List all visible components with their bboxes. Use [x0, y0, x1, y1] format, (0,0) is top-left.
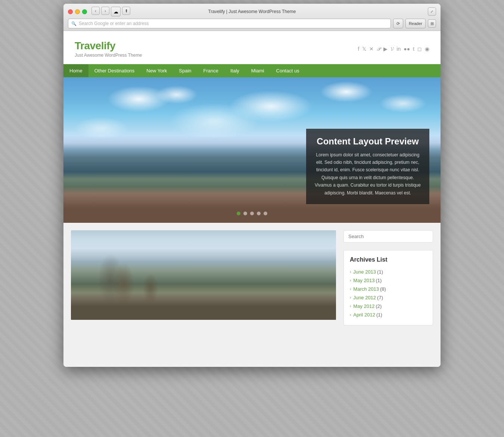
instagram-icon[interactable]: ◻	[417, 46, 422, 52]
facebook-icon[interactable]: f	[358, 46, 359, 52]
archive-arrow-icon: ›	[350, 270, 351, 274]
hero-caption-text: Lorem ipsum dolor sit amet, consectetuer…	[314, 151, 421, 197]
archive-arrow-icon: ›	[350, 287, 351, 291]
maximize-button[interactable]	[82, 9, 87, 14]
vimeo-icon[interactable]: 𝓥	[391, 46, 393, 52]
archive-arrow-icon: ›	[350, 278, 351, 283]
content-main	[71, 230, 336, 325]
menu-button[interactable]: ⊞	[428, 19, 436, 28]
site-header: Travelify Just Awesome WordPress Theme f…	[63, 31, 441, 64]
logo-area: Travelify Just Awesome WordPress Theme	[75, 40, 142, 58]
close-button[interactable]	[68, 9, 73, 14]
archives-widget: Archives List › June 2013 (1) › May 2013…	[343, 250, 433, 325]
window-controls	[68, 9, 87, 14]
archives-title: Archives List	[350, 256, 427, 263]
nav-item-new-york[interactable]: New York	[140, 64, 173, 77]
slider-dot-3[interactable]	[250, 212, 254, 215]
address-bar-row: 🔍 Search Google or enter an address ⟳ Re…	[68, 19, 436, 31]
nav-item-home[interactable]: Home	[63, 64, 88, 77]
minimize-button[interactable]	[75, 9, 80, 14]
reload-button[interactable]: ⟳	[393, 19, 403, 28]
linkedin-icon[interactable]: in	[396, 46, 401, 52]
nav-item-italy[interactable]: Italy	[224, 64, 245, 77]
cloud-button[interactable]: ☁	[111, 7, 121, 16]
hero-caption: Content Layout Preview Lorem ipsum dolor…	[306, 129, 429, 204]
post-featured-image	[71, 230, 336, 320]
slider-dot-1[interactable]	[237, 212, 240, 215]
archive-arrow-icon: ›	[350, 296, 351, 300]
nav-item-contact[interactable]: Contact us	[270, 64, 305, 77]
archive-count: (7)	[377, 295, 383, 300]
browser-window: ‹ › ☁ ⬆ Travelify | Just Awesome WordPre…	[63, 4, 441, 367]
titlebar-top: ‹ › ☁ ⬆ Travelify | Just Awesome WordPre…	[68, 7, 436, 16]
site-logo[interactable]: Travelify	[75, 40, 142, 52]
slider-dot-2[interactable]	[243, 212, 247, 215]
nav-item-france[interactable]: France	[197, 64, 224, 77]
browser-titlebar: ‹ › ☁ ⬆ Travelify | Just Awesome WordPre…	[63, 4, 441, 31]
address-bar[interactable]: 🔍 Search Google or enter an address	[68, 19, 391, 28]
sidebar: Archives List › June 2013 (1) › May 2013…	[343, 230, 433, 325]
browser-nav: ‹ › ☁ ⬆	[91, 7, 130, 16]
forward-button[interactable]: ›	[101, 7, 109, 15]
archive-item-may2013[interactable]: › May 2013 (1)	[350, 276, 427, 285]
browser-title: Travelify | Just Awesome WordPress Theme	[208, 9, 296, 14]
slider-dot-4[interactable]	[257, 212, 261, 215]
archive-link[interactable]: June 2012	[353, 295, 376, 300]
archive-link[interactable]: May 2013	[353, 278, 374, 283]
share-button[interactable]: ⬆	[122, 7, 130, 15]
archive-count: (8)	[380, 286, 386, 292]
twitter-icon[interactable]: 𝕏	[362, 46, 366, 52]
archive-item-june2013[interactable]: › June 2013 (1)	[350, 268, 427, 276]
nav-item-miami[interactable]: Miami	[245, 64, 270, 77]
archive-item-june2012[interactable]: › June 2012 (7)	[350, 293, 427, 302]
archive-count: (1)	[376, 312, 382, 318]
reader-button[interactable]: Reader	[405, 19, 426, 28]
search-input[interactable]	[343, 230, 433, 243]
archive-item-march2013[interactable]: › March 2013 (8)	[350, 285, 427, 293]
post-image-background	[71, 230, 336, 320]
back-button[interactable]: ‹	[91, 7, 100, 15]
slider-dot-5[interactable]	[264, 212, 267, 215]
archive-link[interactable]: June 2013	[353, 269, 376, 275]
nav-item-spain[interactable]: Spain	[173, 64, 197, 77]
rss-icon[interactable]: ◉	[425, 46, 429, 52]
archive-count: (2)	[376, 303, 382, 309]
nav-item-other-destinations[interactable]: Other Destinations	[88, 64, 141, 77]
resize-button[interactable]: ⤢	[428, 7, 436, 16]
address-text: Search Google or enter an address	[79, 21, 149, 26]
archive-arrow-icon: ›	[350, 304, 351, 308]
archive-item-april2012[interactable]: › April 2012 (1)	[350, 310, 427, 319]
hero-caption-title: Content Layout Preview	[314, 136, 421, 147]
archive-link[interactable]: May 2012	[353, 303, 374, 309]
archive-count: (1)	[376, 278, 382, 283]
site-tagline: Just Awesome WordPress Theme	[75, 53, 142, 58]
search-icon: 🔍	[71, 21, 77, 26]
flickr-icon[interactable]: ●●	[404, 46, 410, 52]
archive-link[interactable]: April 2012	[353, 312, 375, 318]
archive-count: (1)	[377, 269, 383, 275]
archive-arrow-icon: ›	[350, 313, 351, 317]
social-icons: f 𝕏 ✕ 𝒫 ▶ 𝓥 in ●● t ◻ ◉	[358, 46, 429, 52]
website-content: Travelify Just Awesome WordPress Theme f…	[63, 31, 441, 367]
main-content: Archives List › June 2013 (1) › May 2013…	[63, 223, 441, 333]
xing-icon[interactable]: ✕	[369, 46, 374, 52]
slider-dots	[237, 212, 267, 215]
hero-slider: Content Layout Preview Lorem ipsum dolor…	[63, 77, 441, 223]
site-nav: Home Other Destinations New York Spain F…	[63, 64, 441, 77]
pinterest-icon[interactable]: 𝒫	[377, 46, 380, 52]
tumblr-icon[interactable]: t	[413, 46, 414, 52]
archive-link[interactable]: March 2013	[353, 286, 379, 292]
youtube-icon[interactable]: ▶	[383, 46, 388, 52]
archive-item-may2012[interactable]: › May 2012 (2)	[350, 302, 427, 310]
